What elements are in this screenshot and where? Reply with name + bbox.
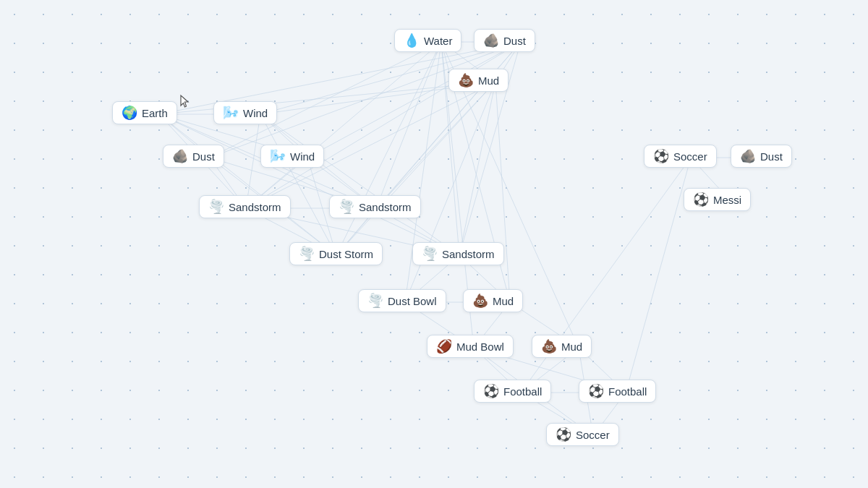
- node-label-mud3: Mud: [561, 341, 582, 353]
- node-football1[interactable]: ⚽Football: [474, 380, 551, 403]
- svg-line-24: [336, 82, 495, 255]
- node-wind2[interactable]: 🌬️Wind: [260, 145, 324, 168]
- node-dustbowl[interactable]: 🌪️Dust Bowl: [358, 289, 446, 312]
- node-label-earth: Earth: [142, 107, 168, 119]
- node-emoji-football1: ⚽: [483, 385, 499, 398]
- node-label-mud2: Mud: [493, 295, 514, 307]
- svg-line-36: [246, 114, 260, 208]
- node-emoji-dust3: 🪨: [740, 150, 756, 163]
- node-label-mudbowl: Mud Bowl: [456, 341, 504, 353]
- node-emoji-messi: ⚽: [693, 193, 709, 206]
- node-emoji-wind2: 🌬️: [270, 150, 286, 163]
- node-earth[interactable]: 🌍Earth: [112, 101, 177, 124]
- node-label-water: Water: [424, 35, 452, 47]
- node-label-wind2: Wind: [290, 150, 315, 163]
- node-label-soccer2: Soccer: [576, 429, 610, 441]
- node-football2[interactable]: ⚽Football: [579, 380, 656, 403]
- node-label-dust1: Dust: [503, 35, 526, 47]
- node-sandstorm2[interactable]: 🌪️Sandstorm: [329, 195, 421, 218]
- node-label-football1: Football: [503, 385, 542, 398]
- node-messi[interactable]: ⚽Messi: [684, 188, 751, 211]
- node-label-wind1: Wind: [243, 107, 268, 119]
- node-water[interactable]: 💧Water: [394, 29, 461, 52]
- node-emoji-dust2: 🪨: [172, 150, 188, 163]
- node-emoji-mud2: 💩: [472, 294, 488, 307]
- node-emoji-sandstorm2: 🌪️: [339, 200, 354, 213]
- node-label-football2: Football: [608, 385, 647, 398]
- node-label-dustbowl: Dust Bowl: [388, 295, 437, 307]
- svg-line-15: [307, 42, 521, 158]
- node-mud1[interactable]: 💩Mud: [448, 69, 509, 92]
- node-emoji-dust1: 🪨: [483, 34, 499, 47]
- node-emoji-mud3: 💩: [541, 340, 557, 353]
- node-emoji-duststorm: 🌪️: [299, 247, 315, 260]
- cursor: [179, 94, 192, 110]
- node-emoji-sandstorm1: 🌪️: [208, 200, 224, 213]
- node-label-sandstorm3: Sandstorm: [442, 248, 495, 260]
- node-emoji-wind1: 🌬️: [223, 106, 239, 119]
- svg-line-25: [459, 82, 495, 255]
- node-dust1[interactable]: 🪨Dust: [474, 29, 535, 52]
- node-emoji-soccer2: ⚽: [556, 428, 571, 441]
- svg-line-39: [260, 114, 459, 255]
- node-label-sandstorm1: Sandstorm: [229, 201, 281, 213]
- node-dust2[interactable]: 🪨Dust: [163, 145, 224, 168]
- node-duststorm[interactable]: 🌪️Dust Storm: [289, 242, 383, 265]
- node-soccer1[interactable]: ⚽Soccer: [644, 145, 717, 168]
- node-emoji-earth: 🌍: [122, 106, 137, 119]
- svg-line-26: [405, 82, 495, 302]
- node-emoji-mudbowl: 🏈: [436, 340, 452, 353]
- node-mudbowl[interactable]: 🏈Mud Bowl: [427, 335, 514, 358]
- node-wind1[interactable]: 🌬️Wind: [213, 101, 277, 124]
- node-label-mud1: Mud: [478, 74, 499, 87]
- svg-line-5: [336, 42, 441, 255]
- node-sandstorm3[interactable]: 🌪️Sandstorm: [412, 242, 504, 265]
- node-emoji-sandstorm3: 🌪️: [422, 247, 438, 260]
- node-label-duststorm: Dust Storm: [319, 248, 373, 260]
- node-sandstorm1[interactable]: 🌪️Sandstorm: [199, 195, 291, 218]
- node-emoji-soccer1: ⚽: [653, 150, 669, 163]
- node-emoji-dustbowl: 🌪️: [367, 294, 383, 307]
- node-label-dust2: Dust: [192, 150, 215, 163]
- svg-line-49: [626, 158, 691, 393]
- node-label-dust3: Dust: [760, 150, 783, 163]
- svg-line-16: [246, 42, 521, 208]
- svg-line-23: [376, 82, 495, 208]
- node-emoji-water: 💧: [404, 34, 420, 47]
- node-label-messi: Messi: [713, 194, 741, 206]
- node-label-sandstorm2: Sandstorm: [359, 201, 412, 213]
- node-emoji-mud1: 💩: [458, 74, 474, 87]
- node-mud2[interactable]: 💩Mud: [463, 289, 523, 312]
- node-emoji-football2: ⚽: [588, 385, 604, 398]
- node-label-soccer1: Soccer: [673, 150, 707, 163]
- node-soccer2[interactable]: ⚽Soccer: [546, 423, 619, 446]
- node-dust3[interactable]: 🪨Dust: [731, 145, 792, 168]
- svg-line-20: [159, 82, 495, 114]
- node-mud3[interactable]: 💩Mud: [532, 335, 592, 358]
- svg-line-27: [495, 82, 510, 302]
